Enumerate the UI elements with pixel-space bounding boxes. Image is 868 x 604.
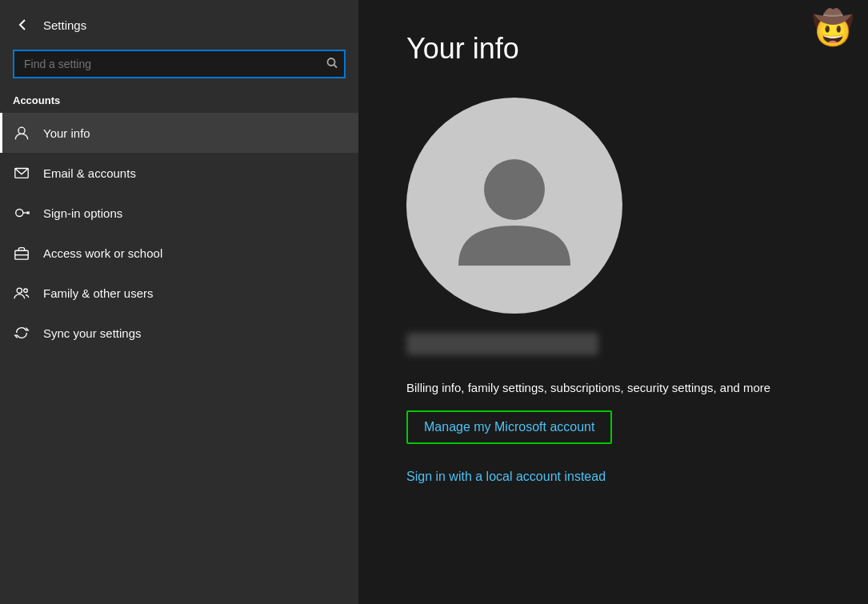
sidebar-item-label: Email & accounts — [43, 166, 136, 180]
sidebar-item-label: Sync your settings — [43, 326, 142, 340]
svg-point-12 — [484, 159, 545, 220]
search-input[interactable] — [13, 50, 346, 78]
manage-microsoft-account-button[interactable]: Manage my Microsoft account — [406, 410, 612, 444]
sidebar-item-label: Family & other users — [43, 286, 154, 300]
email-icon — [13, 164, 30, 182]
sidebar-item-label: Sign-in options — [43, 206, 122, 220]
profile-section: Billing info, family settings, subscript… — [406, 98, 820, 484]
avatar-svg — [450, 142, 578, 270]
avatar-circle — [406, 98, 622, 314]
back-button[interactable] — [13, 14, 34, 35]
sidebar-item-label: Access work or school — [43, 246, 162, 260]
page-title: Your info — [406, 32, 820, 66]
sidebar-item-access-work[interactable]: Access work or school — [0, 233, 358, 273]
sidebar-item-sign-in[interactable]: Sign-in options — [0, 193, 358, 233]
sidebar: Settings Accounts Your info Ema — [0, 0, 358, 604]
search-icon — [326, 58, 338, 71]
svg-point-2 — [18, 127, 25, 134]
sidebar-item-email-accounts[interactable]: Email & accounts — [0, 153, 358, 193]
sidebar-item-family[interactable]: Family & other users — [0, 273, 358, 313]
sidebar-item-label: Your info — [43, 126, 90, 140]
sidebar-item-sync[interactable]: Sync your settings — [0, 313, 358, 353]
sign-in-local-account-link[interactable]: Sign in with a local account instead — [406, 470, 606, 484]
username-display — [406, 333, 598, 355]
person-icon — [13, 124, 30, 142]
briefcase-icon — [13, 244, 30, 262]
billing-info-text: Billing info, family settings, subscript… — [406, 381, 770, 394]
sidebar-header: Settings — [0, 0, 358, 43]
svg-point-11 — [24, 289, 28, 293]
svg-line-1 — [334, 65, 338, 68]
sidebar-item-your-info[interactable]: Your info — [0, 113, 358, 153]
group-icon — [13, 284, 30, 302]
main-content: 🤠 Your info Billing info, family setting… — [358, 0, 868, 604]
avatar-emoji: 🤠 — [812, 9, 854, 46]
top-right-avatar: 🤠 — [812, 8, 852, 48]
sync-icon — [13, 324, 30, 342]
svg-point-4 — [16, 209, 23, 216]
accounts-section-label: Accounts — [0, 91, 358, 113]
settings-title: Settings — [43, 18, 86, 32]
search-container — [13, 50, 346, 78]
svg-point-0 — [328, 58, 335, 66]
svg-point-10 — [17, 288, 22, 293]
key-icon — [13, 204, 30, 222]
